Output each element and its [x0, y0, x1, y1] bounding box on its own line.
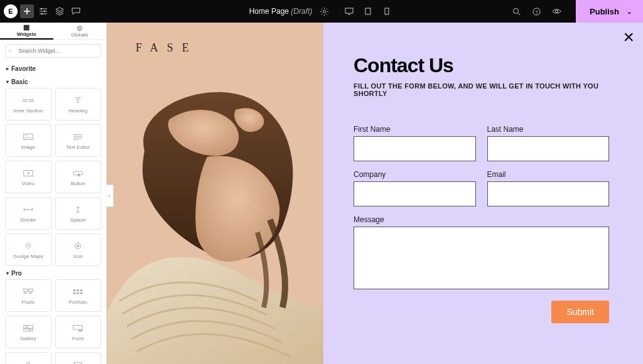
widget-label: Heading: [68, 108, 87, 114]
svg-point-3: [323, 10, 325, 13]
widget-google-maps[interactable]: Goolge Maps: [5, 233, 51, 266]
field-message: Message: [354, 215, 609, 289]
comment-icon[interactable]: [69, 4, 83, 18]
widget-heading[interactable]: THeading: [55, 88, 102, 120]
svg-rect-14: [29, 100, 34, 101]
category-pro[interactable]: Pro: [5, 266, 101, 279]
page-settings-gear-icon[interactable]: [317, 4, 331, 18]
search-icon[interactable]: [509, 4, 523, 18]
svg-rect-30: [23, 325, 26, 328]
globe-icon: ◍: [77, 24, 83, 31]
panel-tabs: ▦ Widgets ◍ Globals: [0, 23, 106, 40]
svg-rect-34: [73, 325, 83, 329]
widget-label: Image: [21, 144, 35, 150]
widget-posts[interactable]: Posts: [5, 279, 51, 312]
input-last-name[interactable]: [487, 136, 610, 161]
desktop-device-icon[interactable]: [342, 4, 356, 18]
responsive-devices: [342, 4, 394, 18]
layers-icon[interactable]: [53, 4, 67, 18]
chevron-down-icon: ⌄: [627, 8, 632, 15]
svg-rect-24: [73, 289, 76, 291]
tab-globals-label: Globals: [71, 32, 88, 38]
svg-rect-23: [29, 289, 33, 291]
tab-widgets-label: Widgets: [17, 31, 36, 37]
submit-button[interactable]: Submit: [551, 301, 609, 323]
svg-rect-25: [77, 289, 79, 291]
input-first-name[interactable]: [354, 136, 476, 161]
search-wrapper: ⌕: [0, 40, 106, 62]
svg-rect-27: [73, 292, 76, 294]
add-element-button[interactable]: [20, 4, 34, 18]
svg-rect-29: [80, 292, 83, 294]
elementor-logo-icon[interactable]: E: [4, 4, 18, 18]
widget-button[interactable]: Button: [55, 161, 102, 193]
svg-rect-32: [23, 328, 29, 331]
category-favorite[interactable]: Favorite: [5, 62, 101, 75]
widget-icon[interactable]: Icon: [55, 233, 102, 266]
svg-rect-6: [385, 8, 389, 14]
submit-row: Submit: [354, 301, 609, 323]
svg-rect-28: [77, 292, 79, 294]
tab-widgets[interactable]: ▦ Widgets: [0, 23, 53, 40]
widget-search-input[interactable]: [5, 44, 101, 58]
widget-form[interactable]: Form: [55, 316, 102, 348]
svg-point-36: [26, 361, 30, 364]
hero-image-column: FASE: [107, 23, 323, 364]
widget-label: Portfolio: [69, 299, 87, 305]
field-last-name: Last Name: [487, 125, 610, 161]
close-icon[interactable]: ×: [623, 26, 634, 48]
widget-image[interactable]: Image: [5, 124, 51, 157]
svg-rect-22: [23, 289, 27, 291]
contact-form-column: × Contact Us FILL OUT THE FORM BELOW, AN…: [323, 23, 643, 364]
label-message: Message: [354, 215, 609, 224]
svg-point-7: [513, 8, 518, 13]
help-icon[interactable]: ?: [529, 4, 543, 18]
widget-divider[interactable]: Divider: [5, 197, 51, 230]
svg-point-20: [28, 245, 29, 246]
svg-text:?: ?: [535, 9, 538, 14]
widget-gallery[interactable]: Gallery: [5, 316, 51, 348]
preview-eye-icon[interactable]: [549, 4, 563, 18]
field-first-name: First Name: [354, 125, 476, 161]
label-first-name: First Name: [354, 125, 476, 134]
svg-rect-5: [365, 8, 370, 14]
field-email: Email: [487, 170, 610, 206]
svg-point-10: [555, 10, 558, 13]
mobile-device-icon[interactable]: [380, 4, 394, 18]
svg-rect-31: [27, 325, 33, 328]
input-email[interactable]: [487, 181, 610, 206]
widget-label: Gallery: [20, 336, 36, 341]
svg-point-17: [26, 135, 27, 136]
widget-portfolio[interactable]: Portfolio: [55, 279, 102, 312]
svg-rect-35: [78, 329, 82, 331]
widget-inner-section[interactable]: Inner Section: [5, 88, 51, 120]
widget-video[interactable]: Video: [5, 161, 51, 193]
editor-canvas: ‹ FASE: [107, 23, 643, 364]
settings-structure-icon[interactable]: [36, 4, 50, 18]
sidebar-body: Favorite Basic Inner Section THeading Im…: [0, 62, 106, 364]
svg-point-1: [44, 11, 45, 12]
label-company: Company: [354, 170, 476, 179]
topbar-right: ? Publish ⌄: [509, 0, 643, 23]
tablet-device-icon[interactable]: [361, 4, 375, 18]
topbar-right-icons: ?: [509, 4, 570, 18]
pro-widget-grid: Posts Portfolio Gallery Form Login Slide…: [5, 279, 101, 364]
field-company: Company: [354, 170, 476, 206]
widget-login[interactable]: Login: [5, 352, 51, 364]
widget-label: Text Editor: [66, 144, 90, 150]
contact-subheading: FILL OUT THE FORM BELOW, AND WE WILL GET…: [354, 82, 609, 97]
panel-collapse-handle[interactable]: ‹: [106, 185, 114, 207]
widget-slides[interactable]: Slides: [55, 352, 102, 364]
category-basic[interactable]: Basic: [5, 75, 101, 88]
widget-label: Inner Section: [13, 108, 43, 114]
publish-button[interactable]: Publish ⌄: [576, 0, 643, 23]
widget-text-editor[interactable]: Text Editor: [55, 124, 102, 157]
input-message[interactable]: [354, 227, 609, 289]
tab-globals[interactable]: ◍ Globals: [53, 23, 107, 40]
widget-label: Divider: [20, 217, 36, 223]
svg-rect-26: [80, 289, 83, 291]
input-company[interactable]: [354, 181, 476, 206]
widget-label: Icon: [73, 254, 83, 259]
widget-label: Button: [71, 181, 85, 186]
widget-spacer[interactable]: Spacer: [55, 197, 102, 230]
